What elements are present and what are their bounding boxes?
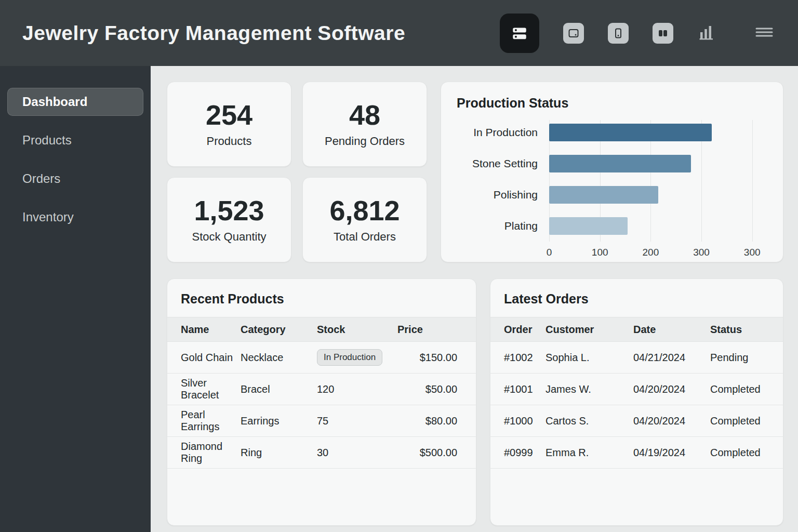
sidebar-item-inventory[interactable]: Inventory [7, 203, 143, 231]
chart-category-label: In Production [457, 117, 538, 148]
product-price: $80.00 [397, 415, 476, 427]
chart-tick-label: 200 [642, 247, 659, 258]
chart-area: 0100200300300 [549, 117, 767, 259]
stat-card-products: 254 Products [167, 82, 291, 167]
stat-value: 254 [206, 100, 252, 130]
product-category: Necklace [241, 352, 317, 364]
product-price: $500.00 [397, 447, 476, 459]
table-row: #1002 Sophia L. 04/21/2024 Pending [490, 342, 783, 374]
recent-products-header-row: Name Category Stock Price [167, 317, 476, 342]
product-category: Bracel [241, 383, 317, 395]
chart-axis: 0100200300300 [549, 242, 767, 259]
table-row: #0999 Emma R. 04/19/2024 Completed [490, 437, 783, 469]
product-name: Pearl Earrings [167, 409, 241, 433]
chart-category-label: Plating [457, 210, 538, 242]
main-content: 254 Products 48 Pending Orders 1,523 Sto… [151, 66, 798, 532]
order-id: #1002 [490, 352, 546, 364]
latest-orders-title: Latest Orders [490, 291, 783, 317]
product-stock: 120 [317, 383, 397, 395]
chart-bar-row [549, 210, 767, 242]
device-view-button[interactable] [608, 23, 629, 44]
sidebar-item-orders[interactable]: Orders [7, 165, 143, 193]
column-header: Customer [546, 324, 633, 336]
stat-card-stock-quantity: 1,523 Stock Quantity [167, 177, 291, 262]
stats-grid: 254 Products 48 Pending Orders 1,523 Sto… [167, 82, 427, 262]
chart-bar-row [549, 148, 767, 179]
chart-title: Production Status [457, 96, 767, 111]
order-customer: Sophia L. [546, 352, 633, 364]
column-header: Price [397, 324, 476, 336]
order-date: 04/20/2024 [633, 383, 710, 395]
stat-label: Total Orders [334, 230, 396, 244]
bar-chart-button[interactable] [697, 23, 716, 43]
order-id: #1000 [490, 415, 546, 427]
order-status: Completed [710, 415, 783, 427]
chart-category-label: Polishing [457, 179, 538, 210]
table-row: Diamond Ring Ring 30 $500.00 [167, 437, 476, 469]
app-header: Jewelry Factory Management Software [0, 0, 798, 66]
dashboard-view-button[interactable] [500, 14, 539, 53]
card-view-icon [567, 27, 580, 39]
stat-value: 48 [349, 100, 380, 130]
stat-card-pending-orders: 48 Pending Orders [302, 82, 427, 167]
header-toolbar [500, 14, 774, 53]
sidebar-item-label: Dashboard [22, 95, 87, 109]
stat-label: Stock Quantity [192, 230, 266, 244]
product-category: Ring [241, 447, 317, 459]
chart-tick-label: 300 [693, 247, 710, 258]
order-id: #1001 [490, 383, 546, 395]
table-row: Pearl Earrings Earrings 75 $80.00 [167, 405, 476, 437]
order-id: #0999 [490, 447, 546, 459]
order-status: Completed [710, 383, 783, 395]
chart-bar [549, 186, 658, 204]
table-row: #1001 James W. 04/20/2024 Completed [490, 374, 783, 405]
product-price: $50.00 [397, 383, 476, 395]
sidebar: Dashboard Products Orders Inventory [0, 66, 151, 532]
order-customer: James W. [546, 383, 633, 395]
bar-chart-icon [697, 23, 716, 43]
production-chart: In ProductionStone SettingPolishingPlati… [457, 117, 767, 259]
chart-category-label: Stone Setting [457, 148, 538, 179]
sidebar-item-products[interactable]: Products [7, 126, 143, 154]
order-status: Completed [710, 447, 783, 459]
order-customer: Cartos S. [546, 415, 633, 427]
product-name: Gold Chain [167, 352, 241, 364]
column-header: Status [710, 324, 783, 336]
chart-bar [549, 217, 628, 235]
app-title: Jewelry Factory Management Software [22, 22, 405, 45]
sidebar-item-label: Products [22, 133, 72, 147]
chart-plot [549, 117, 767, 242]
split-view-icon [657, 27, 669, 39]
product-stock: 75 [317, 415, 397, 427]
split-view-button[interactable] [653, 23, 673, 44]
production-status-card: Production Status In ProductionStone Set… [441, 82, 783, 262]
column-header: Date [633, 324, 710, 336]
product-stock: 30 [317, 447, 397, 459]
column-header: Category [241, 324, 317, 336]
sidebar-item-label: Orders [22, 171, 60, 185]
column-header: Stock [317, 324, 397, 336]
stat-value: 6,812 [329, 196, 400, 225]
sidebar-item-dashboard[interactable]: Dashboard [7, 88, 143, 116]
recent-products-title: Recent Products [167, 291, 476, 317]
chart-bar [549, 124, 712, 141]
product-price: $150.00 [397, 352, 476, 364]
menu-icon [754, 24, 774, 42]
latest-orders-header-row: Order Customer Date Status [490, 317, 783, 342]
card-view-button[interactable] [563, 23, 584, 44]
chart-bar [549, 155, 691, 172]
menu-button[interactable] [754, 24, 774, 42]
order-customer: Emma R. [546, 447, 633, 459]
order-date: 04/20/2024 [633, 415, 710, 427]
sidebar-item-label: Inventory [22, 210, 74, 224]
order-date: 04/21/2024 [633, 352, 710, 364]
table-row: Silver Bracelet Bracel 120 $50.00 [167, 374, 476, 405]
chart-bar-row [549, 179, 767, 210]
product-category: Earrings [241, 415, 317, 427]
chart-bar-row [549, 117, 767, 148]
column-header: Name [167, 324, 241, 336]
stat-card-total-orders: 6,812 Total Orders [302, 177, 427, 262]
chart-tick-label: 100 [592, 247, 608, 258]
latest-orders-card: Latest Orders Order Customer Date Status… [490, 278, 783, 526]
table-row: Gold Chain Necklace In Production $150.0… [167, 342, 476, 374]
